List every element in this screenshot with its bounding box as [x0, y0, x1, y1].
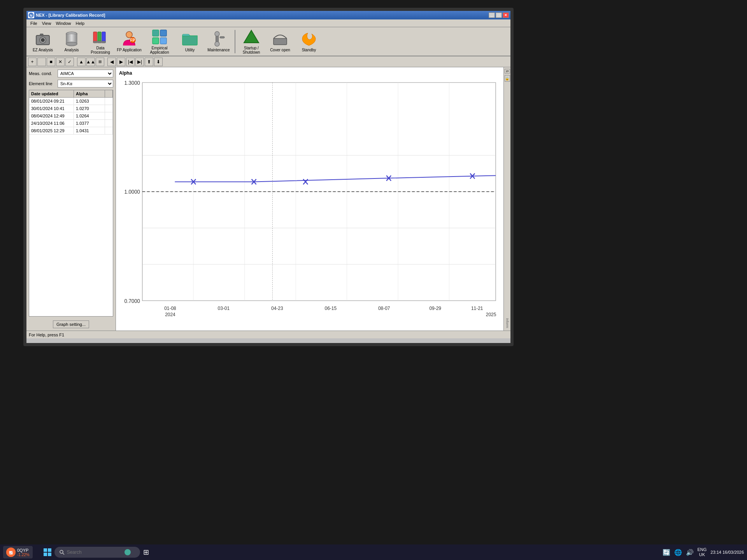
taskbar-search[interactable]	[54, 547, 140, 558]
svg-point-21	[215, 32, 219, 36]
minimize-button[interactable]: _	[489, 12, 495, 18]
tool-btn-9[interactable]: ▶	[117, 58, 125, 66]
toolbar-fp-application-label: FP Application	[117, 48, 142, 52]
language-region: UK	[698, 552, 707, 557]
secondary-toolbar: + ■ ✕ ✓ ▲ ▲▲ ⊞ ◀ ▶ |◀ ▶| ⬆ ⬇	[26, 56, 510, 67]
tool-btn-10[interactable]: |◀	[126, 58, 135, 66]
taskbar-app-change: -1.22%	[17, 553, 30, 557]
svg-text:📈: 📈	[9, 551, 13, 555]
close-button[interactable]: ✕	[503, 12, 509, 18]
toolbar-cover-open[interactable]: Cover open	[266, 28, 294, 55]
tool-btn-3[interactable]: ✕	[56, 58, 65, 66]
chart-title: Alpha	[119, 70, 500, 76]
chart-svg: 1.3000 1.0000 0.7000	[119, 77, 500, 327]
svg-text:03-01: 03-01	[218, 306, 230, 312]
systray-icon-1[interactable]: 🔄	[663, 549, 670, 556]
standby-icon	[301, 31, 317, 47]
toolbar-ez-analysis[interactable]: EZ Analysis	[29, 28, 57, 55]
td-date-1: 30/01/2024 10:41	[29, 105, 74, 112]
main-toolbar: EZ Analysis	[26, 27, 510, 56]
toolbar-maintenance-label: Maintenance	[207, 48, 230, 52]
systray-icon-3[interactable]: 🔊	[686, 549, 694, 556]
td-date-3: 24/10/2024 11:06	[29, 120, 74, 127]
add-button[interactable]: +	[28, 58, 37, 66]
svg-line-66	[63, 553, 64, 555]
svg-rect-16	[153, 30, 159, 36]
main-content: Meas. cond. AIMCA Element line Sn-Kα Dat…	[26, 67, 510, 331]
toolbar-startup-shutdown[interactable]: Startup / Shutdown	[237, 28, 265, 55]
menu-item-help[interactable]: Help	[74, 20, 87, 26]
table-header: Date updated Alpha	[29, 90, 113, 98]
tool-btn-2[interactable]: ■	[47, 58, 55, 66]
td-extra-1	[105, 105, 113, 112]
task-view-button[interactable]: ⊞	[143, 548, 149, 556]
element-line-label: Element line	[29, 81, 56, 86]
svg-rect-12	[93, 41, 105, 43]
tool-btn-7[interactable]: ⊞	[96, 58, 104, 66]
td-alpha-0: 1.0263	[74, 98, 105, 105]
table-row[interactable]: 08/01/2025 12:29 1.0431	[29, 127, 113, 135]
element-line-select[interactable]: Sn-Kα	[58, 80, 113, 88]
chart-container: 1.3000 1.0000 0.7000	[119, 77, 500, 327]
taskbar-right: 🔄 🌐 🔊 ENG UK 23:14 16/03/2026	[663, 547, 744, 557]
svg-text:01-08: 01-08	[164, 306, 176, 312]
systray-icon-2[interactable]: 🌐	[674, 549, 682, 556]
svg-rect-23	[220, 37, 224, 38]
startup-icon	[243, 29, 260, 45]
windows-logo[interactable]	[44, 548, 51, 556]
tool-btn-4[interactable]: ✓	[65, 58, 74, 66]
svg-point-67	[124, 549, 131, 555]
toolbar-analysis[interactable]: Analysis	[58, 28, 86, 55]
toolbar-cover-open-label: Cover open	[270, 48, 290, 52]
svg-rect-25	[274, 38, 287, 45]
toolbar-ez-analysis-label: EZ Analysis	[33, 48, 53, 52]
svg-rect-17	[160, 30, 167, 36]
right-panel: S 🔒 Inform	[503, 67, 510, 331]
right-btn-1[interactable]: S	[505, 69, 510, 74]
tool-btn-11[interactable]: ▶|	[135, 58, 144, 66]
search-input[interactable]	[67, 550, 121, 555]
meas-cond-select[interactable]: AIMCA	[58, 70, 113, 77]
tool-btn-13[interactable]: ⬇	[154, 58, 163, 66]
tool-btn-8[interactable]: ◀	[107, 58, 116, 66]
svg-text:1.0000: 1.0000	[124, 188, 140, 195]
svg-point-13	[126, 32, 132, 38]
right-btn-2[interactable]: 🔒	[505, 75, 510, 82]
table-row[interactable]: 24/10/2024 11:06 1.0377	[29, 120, 113, 127]
toolbar-data-processing[interactable]: Data Processing	[86, 28, 114, 55]
td-alpha-4: 1.0431	[74, 127, 105, 134]
svg-text:06-15: 06-15	[325, 306, 337, 312]
svg-point-8	[66, 42, 77, 46]
graph-setting-button[interactable]: Graph setting...	[53, 320, 89, 328]
menu-item-view[interactable]: View	[40, 20, 54, 26]
table-row[interactable]: 08/04/2024 12:49 1.0264	[29, 112, 113, 120]
taskbar-app-item[interactable]: 📈 0QYP -1.22%	[3, 546, 33, 558]
td-extra-0	[105, 98, 113, 105]
tool-btn-1[interactable]	[37, 58, 46, 66]
maximize-button[interactable]: □	[496, 12, 502, 18]
wrench-icon	[210, 31, 227, 47]
search-icon	[59, 550, 65, 555]
toolbar-utility[interactable]: Utility	[176, 28, 204, 55]
folder-icon	[182, 31, 198, 47]
tool-btn-6[interactable]: ▲▲	[86, 58, 95, 66]
grid-icon	[151, 29, 168, 45]
toolbar-fp-application[interactable]: FP FP Application	[115, 28, 143, 55]
title-bar-buttons: _ □ ✕	[489, 12, 509, 18]
table-row[interactable]: 08/01/2024 09:21 1.0263	[29, 98, 113, 105]
toolbar-standby[interactable]: Standby	[295, 28, 323, 55]
td-alpha-1: 1.0270	[74, 105, 105, 112]
td-extra-3	[105, 120, 113, 127]
table-row[interactable]: 30/01/2024 10:41 1.0270	[29, 105, 113, 112]
tool-btn-5[interactable]: ▲	[77, 58, 86, 66]
toolbar-maintenance[interactable]: Maintenance	[205, 28, 233, 55]
menu-item-window[interactable]: Window	[53, 20, 73, 26]
td-extra-4	[105, 127, 113, 134]
tool-btn-12[interactable]: ⬆	[145, 58, 153, 66]
menu-item-file[interactable]: File	[28, 20, 40, 26]
svg-marker-24	[244, 30, 259, 43]
toolbar-empirical-application[interactable]: Empirical Application	[144, 28, 175, 55]
cover-open-icon	[272, 31, 288, 47]
search-logo-icon	[124, 548, 132, 556]
books-icon	[92, 29, 109, 45]
